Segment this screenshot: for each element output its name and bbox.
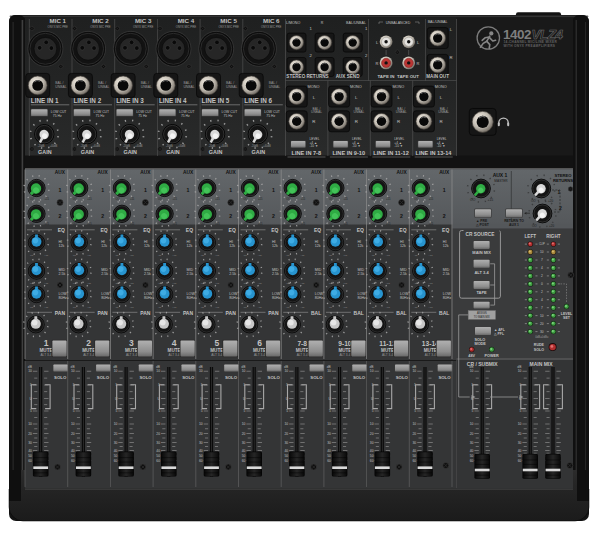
svg-text:30: 30 <box>242 441 246 445</box>
svg-text:-15: -15 <box>115 254 119 257</box>
svg-text:12k: 12k <box>315 244 321 248</box>
svg-text:+40dB: +40dB <box>92 144 100 148</box>
svg-text:RETURNS: RETURNS <box>553 178 573 183</box>
svg-text:AUX: AUX <box>354 170 365 175</box>
svg-text:+15: +15 <box>172 282 177 285</box>
svg-text:LINE IN 11-12: LINE IN 11-12 <box>373 150 408 156</box>
svg-text:9-10: 9-10 <box>338 340 352 347</box>
svg-text:UNBAL: UNBAL <box>98 85 109 89</box>
svg-text:△ POST: △ POST <box>475 223 490 227</box>
svg-text:-20dB: -20dB <box>80 144 87 148</box>
svg-text:-15: -15 <box>328 254 332 257</box>
svg-text:5: 5 <box>286 409 288 413</box>
svg-text:2: 2 <box>101 213 104 219</box>
svg-text:ALT 3-4: ALT 3-4 <box>425 353 436 357</box>
svg-text:80Hz: 80Hz <box>187 296 196 300</box>
svg-text:12k: 12k <box>187 244 193 248</box>
svg-text:+15: +15 <box>300 306 305 309</box>
svg-text:PAN: PAN <box>226 310 237 316</box>
svg-text:BAL/UNBAL: BAL/UNBAL <box>346 21 366 25</box>
svg-text:MODE: MODE <box>475 342 487 346</box>
svg-text:R: R <box>355 119 358 124</box>
svg-text:80Hz: 80Hz <box>400 296 409 300</box>
svg-text:40: 40 <box>370 449 374 453</box>
svg-text:+15: +15 <box>428 282 433 285</box>
svg-text:EQ: EQ <box>442 227 449 233</box>
svg-text:60: 60 <box>327 459 331 463</box>
svg-text:30: 30 <box>327 441 331 445</box>
svg-text:10: 10 <box>199 422 203 426</box>
svg-text:60: 60 <box>413 459 417 463</box>
svg-text:SOLO: SOLO <box>396 375 409 380</box>
svg-text:OO: OO <box>286 197 290 201</box>
svg-text:5: 5 <box>372 409 374 413</box>
svg-text:MASTER: MASTER <box>494 179 508 183</box>
svg-text:10: 10 <box>114 422 118 426</box>
svg-text:5: 5 <box>158 409 160 413</box>
svg-text:ALT 3-4: ALT 3-4 <box>126 353 137 357</box>
svg-text:48V: 48V <box>468 354 475 358</box>
svg-text:+15: +15 <box>130 222 135 226</box>
svg-text:PAN: PAN <box>183 310 194 316</box>
svg-text:1: 1 <box>101 187 104 193</box>
svg-text:GAIN: GAIN <box>166 149 180 155</box>
svg-text:+15: +15 <box>428 254 433 257</box>
svg-text:+40dB: +40dB <box>50 144 58 148</box>
svg-text:0: 0 <box>541 282 543 286</box>
svg-text:+15: +15 <box>488 198 494 202</box>
svg-text:2: 2 <box>559 205 562 211</box>
svg-text:UNBAL: UNBAL <box>311 110 322 114</box>
svg-text:2.5k: 2.5k <box>229 272 236 276</box>
svg-text:50: 50 <box>284 454 288 458</box>
svg-text:10: 10 <box>413 369 417 373</box>
svg-text:+15: +15 <box>301 222 306 226</box>
svg-text:GAIN: GAIN <box>252 149 266 155</box>
svg-text:2.5k: 2.5k <box>59 272 66 276</box>
svg-text:-15: -15 <box>286 254 290 257</box>
svg-text:10: 10 <box>518 369 522 373</box>
svg-text:TAPE: TAPE <box>476 290 487 295</box>
svg-text:12k: 12k <box>229 244 235 248</box>
svg-text:+40dB: +40dB <box>263 144 271 148</box>
svg-text:50: 50 <box>413 454 417 458</box>
svg-text:80Hz: 80Hz <box>59 296 68 300</box>
svg-text:75 Hz: 75 Hz <box>96 114 105 118</box>
svg-text:5: 5 <box>73 409 75 413</box>
svg-text:OO: OO <box>470 198 476 202</box>
svg-text:20: 20 <box>71 432 75 436</box>
svg-text:+15: +15 <box>258 282 263 285</box>
svg-text:MONO: MONO <box>308 85 320 89</box>
svg-text:40: 40 <box>28 449 32 453</box>
svg-text:10: 10 <box>327 369 331 373</box>
svg-text:-15: -15 <box>72 306 76 309</box>
svg-text:30: 30 <box>28 441 32 445</box>
svg-text:AUX 1: AUX 1 <box>509 223 519 227</box>
svg-text:75 Hz: 75 Hz <box>224 114 233 118</box>
svg-text:5: 5 <box>30 409 32 413</box>
svg-text:+15: +15 <box>258 254 263 257</box>
svg-text:+15: +15 <box>45 197 50 201</box>
svg-text:+15: +15 <box>343 222 348 226</box>
svg-text:-15: -15 <box>328 306 332 309</box>
svg-text:30: 30 <box>71 441 75 445</box>
svg-text:+15: +15 <box>343 306 348 309</box>
svg-text:10: 10 <box>199 369 203 373</box>
svg-text:R: R <box>417 61 420 66</box>
svg-text:30: 30 <box>284 441 288 445</box>
svg-text:10: 10 <box>470 369 474 373</box>
svg-text:10: 10 <box>370 369 374 373</box>
svg-text:1: 1 <box>187 187 190 193</box>
svg-text:+15: +15 <box>44 254 49 257</box>
svg-text:R: R <box>321 21 324 25</box>
svg-text:12k: 12k <box>400 244 406 248</box>
svg-text:STEREO RETURNS: STEREO RETURNS <box>286 74 328 79</box>
svg-text:ONYX MIC PRE: ONYX MIC PRE <box>218 25 238 29</box>
svg-text:OO: OO <box>115 222 119 226</box>
svg-text:+15: +15 <box>173 197 178 201</box>
svg-text:OO: OO <box>73 222 77 226</box>
svg-text:L/MONO: L/MONO <box>286 21 300 25</box>
svg-text:SOLO: SOLO <box>97 375 110 380</box>
svg-text:20: 20 <box>284 432 288 436</box>
svg-text:75 Hz: 75 Hz <box>138 114 147 118</box>
svg-text:GAIN: GAIN <box>81 149 95 155</box>
